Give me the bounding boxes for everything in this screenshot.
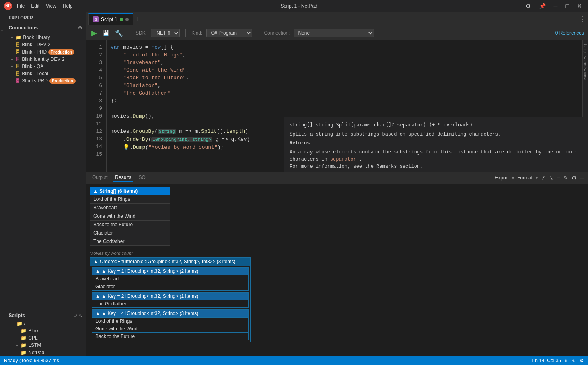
- folder-icon: 📁: [21, 335, 27, 341]
- group-key2-header[interactable]: ▲ ▲ Key = 2 IGrouping<Int32, String> (1 …: [92, 293, 248, 300]
- result-item-braveheart: Braveheart: [90, 204, 170, 212]
- connection-blink-local[interactable]: + 🗄 Blink - Local: [4, 70, 86, 77]
- array-result-block: ▲ String[] (6 items) Lord of the Rings B…: [90, 187, 585, 246]
- group2-header-label: ▲ Key = 2 IGrouping<Int32, String> (1 it…: [101, 293, 198, 299]
- settings-button[interactable]: 🔧: [114, 29, 124, 38]
- connection-blink-prd[interactable]: + 🗄 Blink - PRD Production: [4, 48, 86, 56]
- references-link[interactable]: 0 References: [555, 30, 584, 36]
- menu-file[interactable]: File: [15, 3, 26, 9]
- script-folder-blink[interactable]: + 📁 Blink: [4, 327, 86, 334]
- menu-help[interactable]: Help: [61, 3, 74, 9]
- tab-menu-icon[interactable]: ⋮: [580, 15, 586, 23]
- minimize-button[interactable]: ─: [552, 3, 560, 9]
- expand-icon: +: [11, 43, 13, 47]
- info-icon[interactable]: ℹ: [565, 358, 567, 363]
- script-folder-cpl[interactable]: + 📁 CPL: [4, 334, 86, 342]
- explorer-collapse-icon[interactable]: ─: [79, 15, 82, 20]
- tab-results[interactable]: Results: [113, 174, 133, 182]
- expand-icon: +: [11, 50, 13, 54]
- kind-label: Kind:: [191, 30, 202, 36]
- fullscreen-icon[interactable]: ⤡: [549, 175, 554, 181]
- settings-icon[interactable]: ⚙: [580, 358, 584, 363]
- add-connection-icon[interactable]: ⊕: [78, 25, 82, 31]
- menu-edit[interactable]: Edit: [29, 3, 41, 9]
- namespaces-label[interactable]: Namespaces (17): [583, 43, 588, 80]
- tooltip-returns-text: An array whose elements contain the subs…: [290, 148, 582, 163]
- explorer-header: Explorer ─: [4, 12, 86, 23]
- export-button[interactable]: Export: [495, 175, 509, 181]
- add-tab-button[interactable]: +: [134, 15, 142, 23]
- scripts-section-header[interactable]: Scripts ⤢ ⤡: [4, 311, 86, 320]
- sdk-select[interactable]: .NET 6 .NET 7 .NET 8: [151, 29, 180, 37]
- menu-view[interactable]: View: [44, 3, 58, 9]
- scripts-expand-icon[interactable]: ⤢: [74, 313, 77, 318]
- connection-book-library[interactable]: + 📁 Book Library: [4, 34, 86, 41]
- connection-blink-qa[interactable]: + 🗄 Blink - QA: [4, 63, 86, 70]
- connection-select[interactable]: None: [294, 29, 374, 37]
- script-tab-icon: S: [93, 16, 99, 22]
- format-button[interactable]: Format: [517, 175, 532, 181]
- export-dropdown-icon[interactable]: ▾: [512, 176, 514, 180]
- expand-icon: +: [11, 57, 13, 62]
- connection-stocks-prd[interactable]: + 🗄 Stocks PRD Production: [4, 77, 86, 85]
- sidebar-content: + 📁 Book Library + 🗄 Blink - DEV 2 + 🗄 B…: [4, 32, 86, 309]
- array-result-header[interactable]: ▲ String[] (6 items): [90, 187, 170, 195]
- script-folder-lstm[interactable]: + 📁 LSTM: [4, 342, 86, 349]
- grouped-header-label: OrderedEnumerable<IGrouping<Int32, Strin…: [100, 259, 236, 264]
- content-area: S Script 1 + ⋮ ▶ 💾 🔧 SDK: .NET 6 .NET 7 …: [86, 12, 588, 365]
- output-tabs: Output: Results SQL: [90, 174, 150, 182]
- settings-icon[interactable]: ⚙: [524, 3, 533, 9]
- folder-label: CPL: [28, 335, 37, 341]
- scripts-fullscreen-icon[interactable]: ⤡: [79, 313, 82, 318]
- server-icon: 🗄: [16, 42, 20, 47]
- production-badge: Production: [48, 49, 74, 55]
- output-collapse-icon[interactable]: ─: [580, 175, 584, 181]
- script-folder-netpad[interactable]: + 📁 NetPad: [4, 349, 86, 356]
- code-editor[interactable]: 1 2 3 4 5 6 7 8 9 10 11 12 13 14 15: [86, 40, 588, 172]
- connection-blink-dev2[interactable]: + 🗄 Blink - DEV 2: [4, 41, 86, 48]
- expand-icon[interactable]: ⤢: [541, 175, 546, 181]
- save-button[interactable]: 💾: [102, 29, 110, 37]
- tab-script1[interactable]: S Script 1: [88, 13, 133, 25]
- edit-icon[interactable]: ✎: [563, 175, 568, 181]
- connections-section-header[interactable]: Connections ⊕: [4, 23, 86, 32]
- explorer-title: Explorer: [8, 15, 33, 20]
- connection-label: Blink - QA: [22, 64, 43, 69]
- window-title: Script 1 - NetPad: [280, 3, 317, 9]
- expand-icon: +: [16, 336, 18, 340]
- cursor-position: Ln 14, Col 35: [532, 358, 561, 363]
- expand-icon: +: [11, 35, 13, 40]
- output-settings-icon[interactable]: ⚙: [572, 175, 577, 181]
- line-num: 4: [86, 66, 102, 74]
- script-folder-root[interactable]: ─ 📁 /: [4, 320, 86, 327]
- connection-blink-identity-dev2[interactable]: + 🗄 Blink Identity DEV 2: [4, 56, 86, 63]
- group-key4-header[interactable]: ▲ ▲ Key = 4 IGrouping<Int32, String> (3 …: [92, 310, 248, 317]
- folder-label: /: [24, 321, 25, 326]
- scripts-actions: ⤢ ⤡: [74, 313, 82, 318]
- tab-sql[interactable]: SQL: [137, 174, 150, 182]
- format-dropdown-icon[interactable]: ▾: [536, 176, 538, 180]
- maximize-button[interactable]: □: [564, 3, 571, 9]
- run-button[interactable]: ▶: [90, 28, 98, 38]
- pin-icon[interactable]: 📌: [537, 3, 548, 9]
- group-key1-header[interactable]: ▲ ▲ Key = 1 IGrouping<Int32, String> (2 …: [92, 268, 248, 275]
- result-item-godfather: The Godfather: [90, 237, 170, 246]
- group4-item-back: Back to the Future: [92, 332, 248, 340]
- activity-bar: E: [0, 12, 4, 365]
- line-num: 2: [86, 51, 102, 59]
- group4-header-label: ▲ Key = 4 IGrouping<Int32, String> (3 it…: [101, 311, 198, 316]
- toolbar-divider3: [258, 29, 258, 37]
- explorer-activity-icon[interactable]: E: [0, 28, 4, 31]
- statusbar: Ready (Took: 93.8537 ms) Ln 14, Col 35 ℹ…: [0, 356, 588, 365]
- close-button[interactable]: ✕: [575, 3, 584, 9]
- warning-icon[interactable]: ⚠: [571, 358, 576, 363]
- array-header-label: String[] (6 items): [99, 188, 138, 194]
- result-item-gladiator: Gladiator: [90, 229, 170, 237]
- list-view-icon[interactable]: ≡: [557, 175, 560, 181]
- collapse-arrow: ▲: [93, 188, 98, 194]
- grouped-result-header[interactable]: ▲ OrderedEnumerable<IGrouping<Int32, Str…: [90, 258, 250, 266]
- grouped-result-block: ▲ OrderedEnumerable<IGrouping<Int32, Str…: [90, 257, 251, 342]
- code-line-9: [111, 105, 584, 112]
- statusbar-right: Ln 14, Col 35 ℹ ⚠ ⚙: [532, 358, 584, 363]
- kind-select[interactable]: C# Program C# Statements C# Expression: [206, 29, 252, 37]
